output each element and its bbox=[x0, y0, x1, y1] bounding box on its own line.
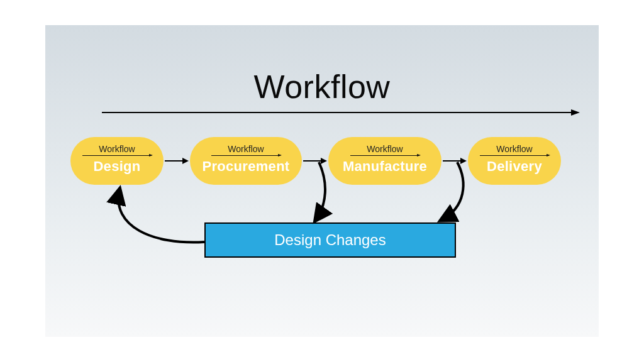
stage-label: Design bbox=[93, 158, 140, 175]
workflow-diagram: Workflow Workflow Design Workflow Procur… bbox=[45, 25, 599, 337]
mini-arrow-icon bbox=[350, 155, 419, 156]
mini-arrow-icon bbox=[480, 155, 549, 156]
workflow-stages-row: Workflow Design Workflow Procurement Wor… bbox=[70, 137, 586, 185]
curve-arrow-changes-to-design bbox=[118, 190, 204, 243]
design-changes-box: Design Changes bbox=[204, 222, 456, 258]
stage-sublabel: Workflow bbox=[228, 144, 264, 154]
stage-sublabel: Workflow bbox=[99, 144, 135, 154]
stage-label: Delivery bbox=[487, 158, 542, 175]
stage-design: Workflow Design bbox=[70, 137, 164, 185]
main-flow-arrow bbox=[102, 109, 580, 116]
stage-sublabel: Workflow bbox=[367, 144, 402, 154]
arrow-right-icon bbox=[165, 158, 189, 164]
mini-arrow-icon bbox=[211, 155, 280, 156]
stage-sublabel: Workflow bbox=[496, 144, 532, 154]
stage-label: Manufacture bbox=[343, 158, 427, 175]
stage-manufacture: Workflow Manufacture bbox=[328, 137, 441, 185]
mini-arrow-icon bbox=[82, 155, 152, 156]
arrow-right-icon bbox=[443, 158, 467, 164]
stage-procurement: Workflow Procurement bbox=[190, 137, 302, 185]
stage-label: Procurement bbox=[202, 158, 289, 175]
arrow-right-icon bbox=[303, 158, 327, 164]
stage-delivery: Workflow Delivery bbox=[468, 137, 561, 185]
diagram-title: Workflow bbox=[45, 68, 599, 106]
